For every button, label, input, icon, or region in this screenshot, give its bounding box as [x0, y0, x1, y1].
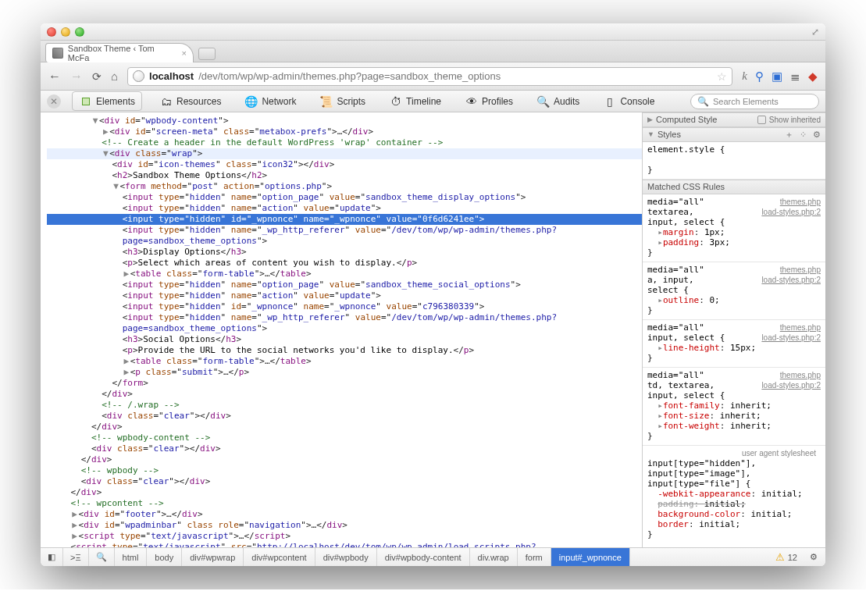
dom-line[interactable]: <div class="clear"></div> — [47, 476, 642, 487]
dom-line[interactable]: ▶<div id="wpadminbar" class role="naviga… — [47, 520, 642, 531]
gear-icon[interactable]: ⚙ — [813, 130, 821, 140]
breadcrumb-item[interactable]: html — [115, 548, 148, 566]
close-tab-icon[interactable]: × — [182, 48, 187, 58]
search-elements-input[interactable]: 🔍Search Elements — [690, 94, 819, 109]
breadcrumb-item[interactable]: form — [518, 548, 551, 566]
dom-line[interactable]: page=sandbox_theme_options"> — [47, 323, 642, 334]
show-console-icon[interactable]: >Ξ — [63, 548, 89, 566]
dom-line[interactable]: <!-- wpbody-content --> — [47, 433, 642, 443]
extension-picker-icon[interactable]: ⚲ — [755, 69, 764, 84]
show-inherited-toggle[interactable]: Show inherited — [757, 115, 821, 125]
dom-line[interactable]: <!-- wpbody --> — [47, 465, 642, 476]
elements-icon — [79, 94, 92, 108]
dom-line[interactable]: <input type="hidden" name="option_page" … — [47, 280, 642, 290]
dom-line[interactable]: </div> — [47, 454, 642, 465]
css-rule[interactable]: themes.phpmedia="all"load-styles.php:2in… — [643, 320, 825, 368]
ua-rule[interactable]: user agent stylesheet input[type="hidden… — [643, 446, 825, 543]
fullscreen-icon[interactable]: ⤢ — [811, 27, 819, 37]
breadcrumb-item[interactable]: div#wpbody — [315, 548, 377, 566]
dom-line[interactable]: <p>Provide the URL to the social network… — [47, 345, 642, 356]
dom-tree[interactable]: ▼<div id="wpbody-content"> ▶<div id="scr… — [41, 112, 642, 547]
panel-profiles[interactable]: 👁Profiles — [458, 92, 519, 110]
matched-rules-header: Matched CSS Rules — [643, 180, 825, 194]
new-tab-button[interactable] — [198, 48, 216, 60]
panel-console[interactable]: ▯Console — [597, 92, 661, 110]
dom-line[interactable]: ▼<div class="wrap"> — [47, 148, 642, 159]
zoom-window-button[interactable] — [75, 27, 84, 37]
reload-button[interactable]: ⟳ — [92, 70, 102, 83]
dom-line[interactable]: <!-- /.wrap --> — [47, 400, 642, 411]
panel-network[interactable]: 🌐Network — [238, 92, 302, 110]
dom-line[interactable]: ▶<p class="submit">…</p> — [47, 367, 642, 378]
dom-line[interactable]: <!-- Create a header in the default Word… — [47, 137, 642, 148]
dock-side-icon[interactable]: ◧ — [41, 548, 63, 566]
breadcrumb-item[interactable]: body — [147, 548, 182, 566]
extension-adblock-icon[interactable]: ◆ — [808, 69, 818, 84]
dom-line[interactable]: <div class="clear"></div> — [47, 411, 642, 422]
settings-gear-icon[interactable]: ⚙ — [802, 552, 825, 562]
css-rule[interactable]: themes.phpmedia="all"load-styles.php:2te… — [643, 194, 825, 262]
dom-line[interactable]: ▶<div id="screen-meta" class="metabox-pr… — [47, 126, 642, 137]
dock-close-button[interactable]: ✕ — [47, 94, 61, 109]
dom-line[interactable]: <input type="hidden" name="option_page" … — [47, 192, 642, 203]
css-rule[interactable]: themes.phpmedia="all"load-styles.php:2a,… — [643, 262, 825, 320]
add-rule-icon[interactable]: ＋ — [785, 130, 793, 140]
close-window-button[interactable] — [47, 27, 56, 37]
dom-line[interactable]: <input type="hidden" id="_wpnonce" name=… — [47, 214, 642, 225]
dom-line[interactable]: <div id="icon-themes" class="icon32"></d… — [47, 159, 642, 170]
extension-image-icon[interactable]: ▣ — [772, 69, 782, 84]
bookmark-star-icon[interactable]: ☆ — [717, 70, 727, 83]
window-titlebar: ⤢ — [41, 23, 825, 41]
tab-title: Sandbox Theme ‹ Tom McFa — [68, 44, 177, 62]
minimize-window-button[interactable] — [61, 27, 70, 37]
dom-line[interactable]: <h3>Social Options</h3> — [47, 334, 642, 345]
dom-line[interactable]: </form> — [47, 378, 642, 389]
extension-k-icon[interactable]: k — [742, 69, 747, 83]
panel-resources[interactable]: 🗂Resources — [153, 92, 227, 110]
dom-line[interactable]: ▼<form method="post" action="options.php… — [47, 181, 642, 192]
dom-line[interactable]: <input type="hidden" name="_wp_http_refe… — [47, 312, 642, 323]
dom-line[interactable]: <input type="hidden" id="_wpnonce" name=… — [47, 301, 642, 312]
browser-tab[interactable]: Sandbox Theme ‹ Tom McFa × — [45, 43, 194, 62]
panel-elements[interactable]: Elements — [72, 91, 142, 111]
dom-line[interactable]: <script type="text/javascript" src="http… — [47, 542, 642, 547]
home-button[interactable]: ⌂ — [111, 69, 118, 83]
dom-line[interactable]: <!-- wpcontent --> — [47, 498, 642, 509]
dom-line[interactable]: page=sandbox_theme_options"> — [47, 236, 642, 247]
styles-header[interactable]: ▼ Styles ＋ ⁘ ⚙ — [643, 127, 825, 142]
devtools-footer: ◧ >Ξ 🔍 htmlbodydiv#wpwrapdiv#wpcontentdi… — [41, 547, 825, 566]
dom-line[interactable]: </div> — [47, 422, 642, 433]
dom-line[interactable]: ▶<div id="footer">…</div> — [47, 509, 642, 520]
dom-line[interactable]: <input type="hidden" name="action" value… — [47, 203, 642, 214]
dom-line[interactable]: <h3>Display Options</h3> — [47, 247, 642, 258]
dom-line[interactable]: <div class="clear"></div> — [47, 443, 642, 454]
breadcrumb-item[interactable]: input#_wpnonce — [551, 548, 630, 566]
dom-line[interactable]: </div> — [47, 487, 642, 498]
css-rule[interactable]: themes.phpmedia="all"load-styles.php:2td… — [643, 368, 825, 446]
dom-line[interactable]: ▶<table class="form-table">…</table> — [47, 269, 642, 280]
toggle-state-icon[interactable]: ⁘ — [800, 130, 807, 140]
dom-line[interactable]: <h2>Sandbox Theme Options</h2> — [47, 170, 642, 181]
inspect-icon[interactable]: 🔍 — [89, 548, 115, 566]
dom-line[interactable]: ▶<table class="form-table">…</table> — [47, 356, 642, 367]
dom-line[interactable]: ▼<div id="wpbody-content"> — [47, 116, 642, 126]
dom-line[interactable]: <p>Select which areas of content you wis… — [47, 258, 642, 269]
dom-line[interactable]: <input type="hidden" name="_wp_http_refe… — [47, 225, 642, 236]
element-style-rule[interactable]: element.style { } — [643, 142, 825, 180]
address-bar[interactable]: localhost/dev/tom/wp/wp-admin/themes.php… — [127, 67, 732, 86]
forward-button[interactable]: → — [70, 69, 83, 84]
computed-style-header[interactable]: ▶ Computed Style Show inherited — [643, 112, 825, 127]
back-button[interactable]: ← — [48, 69, 61, 84]
panel-timeline[interactable]: ⏱Timeline — [383, 92, 447, 110]
breadcrumb-item[interactable]: div#wpbody-content — [377, 548, 470, 566]
extension-layers-icon[interactable]: ≣ — [790, 69, 800, 84]
dom-line[interactable]: ▶<script type="text/javascript">…</scrip… — [47, 531, 642, 542]
breadcrumb-item[interactable]: div#wpwrap — [182, 548, 244, 566]
dom-line[interactable]: </div> — [47, 389, 642, 400]
warnings-count[interactable]: ⚠12 — [771, 551, 802, 563]
breadcrumb-item[interactable]: div.wrap — [470, 548, 518, 566]
dom-line[interactable]: <input type="hidden" name="action" value… — [47, 290, 642, 301]
panel-audits[interactable]: 🔍Audits — [530, 92, 586, 110]
breadcrumb-item[interactable]: div#wpcontent — [244, 548, 315, 566]
panel-scripts[interactable]: 📜Scripts — [313, 92, 372, 110]
